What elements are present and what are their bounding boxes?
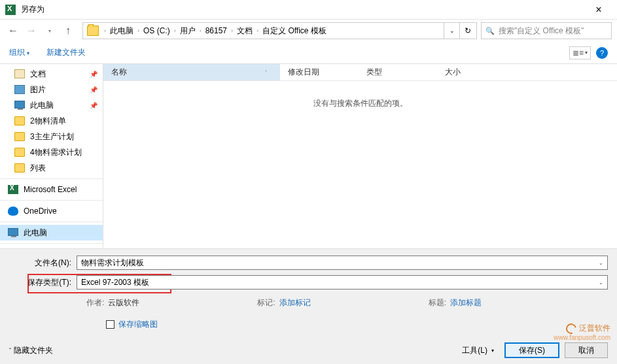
- column-type[interactable]: 类型: [359, 67, 437, 78]
- help-button[interactable]: ?: [596, 47, 608, 59]
- folder-icon: [14, 163, 25, 173]
- breadcrumb-history-dropdown[interactable]: ⌄: [444, 23, 459, 39]
- sidebar-item-onedrive[interactable]: OneDrive: [0, 203, 103, 219]
- search-placeholder: 搜索"自定义 Office 模板": [499, 25, 584, 37]
- sidebar-item-thispc-main[interactable]: 此电脑: [0, 225, 103, 240]
- breadcrumb-item[interactable]: 文档: [236, 25, 254, 37]
- folder-icon: [14, 148, 25, 157]
- breadcrumb-item[interactable]: OS (C:): [142, 26, 171, 35]
- sidebar-item-folder[interactable]: 列表: [0, 160, 103, 176]
- tags-field[interactable]: 标记:添加标记: [257, 297, 310, 308]
- sidebar-item-documents[interactable]: 文档📌: [0, 66, 103, 82]
- folder-icon: [14, 116, 25, 125]
- back-button[interactable]: ←: [5, 23, 21, 39]
- organize-menu[interactable]: 组织 ▾: [9, 47, 29, 58]
- breadcrumb-bar[interactable]: › 此电脑 › OS (C:) › 用户 › 86157 › 文档 › 自定义 …: [82, 22, 477, 39]
- recent-dropdown[interactable]: ▾: [42, 23, 58, 39]
- toolbar: 组织 ▾ 新建文件夹 ≣≡▾ ?: [0, 42, 617, 64]
- author-field[interactable]: 作者:云版软件: [86, 297, 139, 308]
- excel-icon: [8, 185, 18, 194]
- filename-input[interactable]: 物料需求计划模板⌄: [77, 256, 608, 270]
- up-button[interactable]: ↑: [60, 23, 76, 39]
- sidebar-item-thispc[interactable]: 此电脑📌: [0, 97, 103, 113]
- title-field[interactable]: 标题:添加标题: [429, 297, 482, 308]
- sidebar-item-excel[interactable]: Microsoft Excel: [0, 182, 103, 197]
- sidebar: 文档📌 图片📌 此电脑📌 2物料清单 3主生产计划 4物料需求计划 列表 Mic…: [0, 64, 103, 248]
- cancel-button[interactable]: 取消: [565, 342, 608, 358]
- excel-app-icon: [5, 5, 16, 15]
- pin-icon: 📌: [90, 86, 97, 93]
- breadcrumb-item[interactable]: 86157: [204, 26, 228, 35]
- sidebar-item-folder[interactable]: 2物料清单: [0, 113, 103, 129]
- filename-label: 文件名(N):: [9, 257, 77, 269]
- folder-icon: [14, 132, 25, 141]
- filetype-dropdown[interactable]: Excel 97-2003 模板⌄: [77, 275, 608, 290]
- empty-folder-message: 没有与搜索条件匹配的项。: [103, 98, 617, 109]
- save-button[interactable]: 保存(S): [504, 342, 559, 358]
- close-button[interactable]: ×: [586, 4, 612, 16]
- window-title: 另存为: [21, 4, 586, 15]
- refresh-button[interactable]: ↻: [459, 23, 475, 39]
- column-size[interactable]: 大小: [437, 67, 468, 78]
- hide-folders-toggle[interactable]: ˆ 隐藏文件夹: [9, 345, 53, 356]
- filetype-label: 保存类型(T):: [9, 277, 77, 288]
- thispc-icon: [8, 228, 18, 236]
- pin-icon: 📌: [90, 102, 97, 109]
- chevron-right-icon: ›: [104, 27, 106, 34]
- breadcrumb-item[interactable]: 用户: [179, 25, 197, 37]
- title-bar: 另存为 ×: [0, 0, 617, 20]
- file-list: 名称ˆ 修改日期 类型 大小 没有与搜索条件匹配的项。: [103, 64, 617, 248]
- save-thumbnail-option[interactable]: 保存缩略图: [106, 319, 608, 330]
- column-headers: 名称ˆ 修改日期 类型 大小: [103, 64, 617, 81]
- folder-icon: [87, 25, 99, 36]
- pictures-icon: [14, 85, 25, 94]
- thispc-icon: [14, 101, 25, 108]
- search-input[interactable]: 🔍 搜索"自定义 Office 模板": [481, 22, 612, 39]
- breadcrumb-item[interactable]: 自定义 Office 模板: [261, 25, 328, 37]
- view-options-button[interactable]: ≣≡▾: [569, 46, 591, 59]
- sidebar-item-folder[interactable]: 4物料需求计划: [0, 144, 103, 160]
- pin-icon: 📌: [90, 71, 97, 78]
- forward-button[interactable]: →: [24, 23, 39, 39]
- metadata-row: 作者:云版软件 标记:添加标记 标题:添加标题: [86, 297, 608, 308]
- sort-indicator-icon: ˆ: [265, 69, 267, 75]
- save-form: 文件名(N): 物料需求计划模板⌄ 保存类型(T): Excel 97-2003…: [0, 248, 617, 364]
- column-name[interactable]: 名称ˆ: [103, 64, 280, 80]
- tools-menu[interactable]: 工具(L)▾: [457, 345, 499, 356]
- dialog-footer: ˆ 隐藏文件夹 工具(L)▾ 保存(S) 取消: [0, 337, 617, 364]
- nav-bar: ← → ▾ ↑ › 此电脑 › OS (C:) › 用户 › 86157 › 文…: [0, 20, 617, 42]
- new-folder-button[interactable]: 新建文件夹: [46, 47, 86, 58]
- chevron-down-icon[interactable]: ⌄: [599, 280, 603, 286]
- main-area: 文档📌 图片📌 此电脑📌 2物料清单 3主生产计划 4物料需求计划 列表 Mic…: [0, 64, 617, 248]
- sidebar-item-pictures[interactable]: 图片📌: [0, 82, 103, 97]
- chevron-up-icon: ˆ: [9, 347, 11, 354]
- documents-icon: [14, 69, 25, 78]
- sidebar-item-folder[interactable]: 3主生产计划: [0, 129, 103, 144]
- breadcrumb-item[interactable]: 此电脑: [109, 25, 135, 37]
- checkbox-icon[interactable]: [106, 320, 115, 329]
- chevron-down-icon[interactable]: ⌄: [599, 260, 603, 266]
- column-modified[interactable]: 修改日期: [280, 67, 359, 78]
- onedrive-icon: [8, 207, 18, 216]
